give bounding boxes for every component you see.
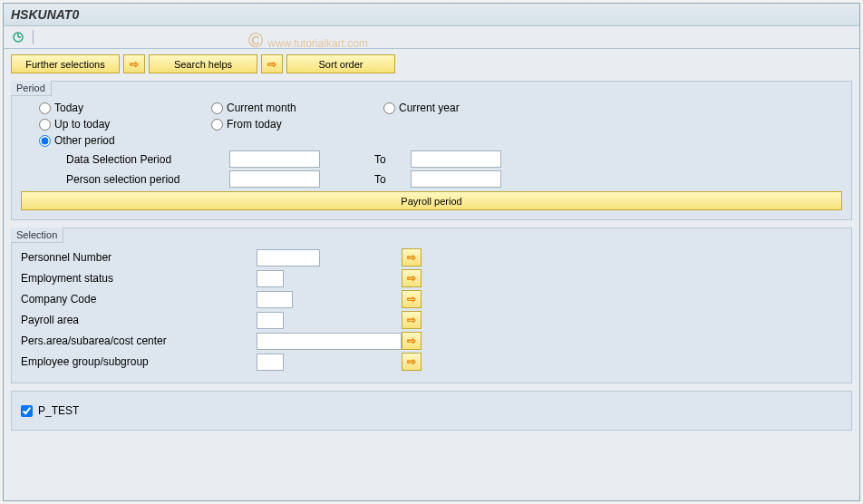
bottom-group: P_TEST bbox=[11, 391, 852, 431]
employee-group-multi-button[interactable]: ⇨ bbox=[402, 353, 422, 371]
payroll-area-multi-button[interactable]: ⇨ bbox=[402, 311, 422, 329]
button-row: Further selections ⇨ Search helps ⇨ Sort… bbox=[4, 49, 859, 79]
payroll-period-button[interactable]: Payroll period bbox=[21, 191, 842, 210]
arrow-right-icon: ⇨ bbox=[407, 272, 416, 285]
company-code-multi-button[interactable]: ⇨ bbox=[402, 290, 422, 308]
payroll-area-label: Payroll area bbox=[21, 314, 257, 326]
data-selection-from-input[interactable] bbox=[229, 150, 320, 168]
period-group-title: Period bbox=[11, 81, 52, 96]
pers-area-input[interactable] bbox=[257, 333, 402, 350]
sort-order-button[interactable]: Sort order bbox=[286, 54, 395, 73]
employment-status-multi-button[interactable]: ⇨ bbox=[402, 269, 422, 287]
personnel-number-multi-button[interactable]: ⇨ bbox=[402, 248, 422, 267]
arrow-right-icon: ⇨ bbox=[130, 58, 139, 71]
to-label-2: To bbox=[374, 173, 402, 186]
company-code-input[interactable] bbox=[257, 291, 293, 308]
arrow-right-icon: ⇨ bbox=[267, 58, 276, 71]
pers-area-label: Pers.area/subarea/cost center bbox=[21, 334, 257, 347]
to-label-1: To bbox=[374, 153, 402, 166]
radio-today[interactable]: Today bbox=[39, 102, 175, 114]
arrow-right-icon: ⇨ bbox=[407, 355, 416, 368]
data-selection-label: Data Selection Period bbox=[66, 153, 220, 166]
personnel-number-input[interactable] bbox=[257, 249, 320, 267]
selection-group-title: Selection bbox=[11, 228, 63, 243]
radio-current-year[interactable]: Current year bbox=[383, 102, 519, 114]
arrow-right-icon: ⇨ bbox=[407, 314, 416, 326]
p-test-checkbox[interactable]: P_TEST bbox=[21, 404, 842, 417]
radio-other-period[interactable]: Other period bbox=[39, 134, 175, 147]
arrow-right-icon: ⇨ bbox=[407, 334, 416, 347]
arrow-right-icon: ⇨ bbox=[407, 251, 416, 264]
period-group: Period Today Current month Current year … bbox=[11, 81, 852, 220]
arrow-right-icon: ⇨ bbox=[407, 293, 416, 305]
toolbar bbox=[4, 26, 859, 49]
search-helps-button[interactable]: Search helps bbox=[149, 54, 257, 73]
person-selection-label: Person selection period bbox=[66, 173, 220, 186]
personnel-number-label: Personnel Number bbox=[21, 251, 257, 264]
search-helps-arrow[interactable]: ⇨ bbox=[123, 54, 145, 73]
further-selections-button[interactable]: Further selections bbox=[11, 54, 120, 73]
employee-group-input[interactable] bbox=[257, 354, 284, 371]
data-selection-to-input[interactable] bbox=[411, 150, 501, 168]
person-selection-from-input[interactable] bbox=[229, 170, 320, 188]
selection-group: Selection Personnel Number ⇨ Employment … bbox=[11, 228, 852, 383]
radio-current-month[interactable]: Current month bbox=[211, 102, 347, 114]
sort-order-arrow[interactable]: ⇨ bbox=[261, 54, 283, 73]
radio-from-today[interactable]: From today bbox=[211, 118, 347, 131]
pers-area-multi-button[interactable]: ⇨ bbox=[402, 332, 422, 350]
page-title: HSKUNAT0 bbox=[4, 4, 859, 26]
app-window: HSKUNAT0 © www.tutorialkart.com Further … bbox=[3, 3, 860, 501]
company-code-label: Company Code bbox=[21, 293, 257, 305]
employment-status-label: Employment status bbox=[21, 272, 257, 285]
employee-group-label: Employee group/subgroup bbox=[21, 355, 257, 368]
person-selection-to-input[interactable] bbox=[411, 170, 501, 188]
execute-icon[interactable] bbox=[11, 30, 25, 44]
employment-status-input[interactable] bbox=[257, 270, 284, 287]
radio-up-to-today[interactable]: Up to today bbox=[39, 118, 175, 131]
toolbar-separator bbox=[33, 30, 34, 44]
payroll-area-input[interactable] bbox=[257, 312, 284, 329]
